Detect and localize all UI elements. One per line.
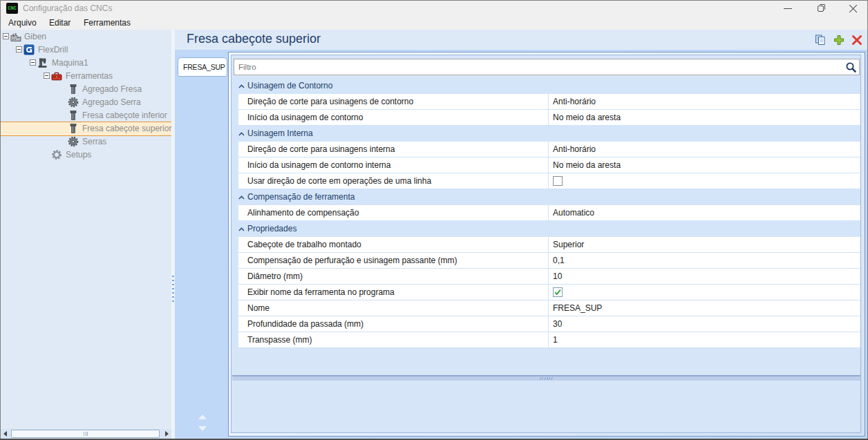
property-label: Compensação de perfuração e usinagem pas…	[247, 253, 457, 268]
column-separator	[548, 316, 549, 332]
property-label: Usar direção de corte em operações de um…	[247, 173, 431, 189]
copy-icon[interactable]	[814, 34, 827, 46]
tree-item-label: Serras	[82, 135, 106, 149]
minimize-button[interactable]	[784, 8, 792, 9]
tree-item-serras[interactable]: Serras	[1, 135, 171, 149]
property-row: Profundidade da passada (mm)30	[238, 316, 860, 332]
category-header[interactable]: Usinagem Interna	[232, 126, 860, 142]
column-separator	[548, 142, 549, 157]
property-value[interactable]: FRESA_SUP	[553, 300, 602, 316]
tree-item-label: Ferramentas	[66, 70, 113, 83]
property-value[interactable]: 1	[553, 332, 558, 347]
router-bit-icon	[68, 84, 80, 95]
window-title: Configuração das CNCs	[23, 3, 112, 13]
tree-item-giben[interactable]: Giben	[1, 30, 171, 44]
property-label: Direção de corte para usinagens de conto…	[247, 94, 413, 109]
tree-item-label: Giben	[24, 30, 46, 44]
machine-tree: GibenFlexDrillMaquina1FerramentasAgregad…	[1, 30, 171, 439]
splitter-grip-icon	[172, 276, 174, 302]
flexdrill-logo-icon	[23, 44, 36, 55]
collapse-icon[interactable]	[44, 73, 50, 79]
property-label: Alinhamento de compensação	[247, 205, 359, 220]
tree-item-setups[interactable]: Setups	[1, 149, 171, 162]
scroll-left-icon[interactable]	[3, 431, 7, 437]
collapse-arrow-icon	[238, 132, 245, 136]
detail-header: Fresa cabeçote superior	[175, 30, 867, 50]
tab-scroll-up-icon[interactable]	[198, 414, 207, 419]
menu-item-ferramentas[interactable]: Ferramentas	[84, 18, 131, 28]
collapse-icon[interactable]	[3, 33, 9, 39]
search-icon	[845, 61, 857, 73]
detail-title: Fresa cabeçote superior	[187, 32, 321, 46]
property-value[interactable]: Automatico	[553, 205, 594, 220]
saw-blade-icon	[68, 97, 80, 108]
tree-hscrollbar[interactable]	[1, 429, 171, 439]
toolbox-icon	[51, 70, 64, 82]
window-border	[0, 0, 1, 440]
factory-icon	[10, 32, 22, 43]
tree-item-flexdrill[interactable]: FlexDrill	[1, 44, 171, 57]
property-value[interactable]: Anti-horário	[553, 142, 596, 157]
grid-gutter	[232, 78, 238, 348]
collapse-arrow-icon	[238, 195, 245, 200]
collapse-icon[interactable]	[30, 59, 36, 66]
property-row: Usar direção de corte em operações de um…	[238, 173, 860, 189]
column-separator	[548, 205, 549, 220]
close-button[interactable]	[849, 4, 858, 13]
tree-item-maquina1[interactable]: Maquina1	[1, 57, 171, 70]
property-value[interactable]: No meio da aresta	[553, 157, 621, 173]
tree-item-agregado-fresa[interactable]: Agregado Fresa	[1, 83, 171, 96]
property-row: Cabeçote de trabalho montadoSuperior	[238, 237, 860, 253]
tab-scroll-down-icon[interactable]	[198, 426, 207, 431]
add-icon[interactable]	[833, 34, 845, 46]
property-label: Exibir nome da ferramenta no programa	[247, 285, 395, 300]
property-row: Alinhamento de compensaçãoAutomatico	[238, 205, 860, 221]
column-separator	[548, 269, 549, 284]
column-separator	[548, 237, 549, 252]
tree-item-label: Fresa cabeçote inferior	[82, 109, 167, 122]
collapse-arrow-icon	[238, 84, 245, 88]
property-value[interactable]: Anti-horário	[553, 94, 596, 109]
property-row: Direção de corte para usinagens internaA…	[238, 142, 860, 157]
delete-icon[interactable]	[851, 34, 863, 46]
property-value[interactable]: Superior	[553, 237, 584, 252]
tree-item-agregado-serra[interactable]: Agregado Serra	[1, 96, 171, 109]
property-value[interactable]: 30	[553, 316, 562, 332]
category-label: Usinagem de Contorno	[247, 78, 332, 94]
router-bit-icon	[68, 110, 80, 121]
property-value[interactable]: 0,1	[553, 253, 565, 268]
checkbox-checked[interactable]	[553, 287, 563, 297]
scroll-right-icon[interactable]	[165, 431, 169, 437]
collapse-icon[interactable]	[16, 46, 22, 52]
property-value[interactable]: 10	[553, 269, 562, 284]
column-separator	[548, 94, 549, 109]
filter-box	[234, 59, 860, 75]
scroll-thumb[interactable]	[11, 430, 160, 438]
description-splitter[interactable]	[232, 375, 860, 381]
property-panel: Usinagem de ContornoDireção de corte par…	[231, 55, 861, 433]
property-value[interactable]: No meio da aresta	[553, 110, 621, 125]
property-label: Início da usinagem de contorno interna	[247, 157, 390, 173]
category-header[interactable]: Propriedades	[232, 221, 860, 237]
category-header[interactable]: Compensação de ferramenta	[232, 189, 860, 205]
property-row: NomeFRESA_SUP	[238, 300, 860, 316]
property-label: Direção de corte para usinagens interna	[247, 142, 395, 157]
category-header[interactable]: Usinagem de Contorno	[232, 78, 860, 94]
saw-blade-icon	[68, 136, 80, 147]
hsplitter-grip-icon	[539, 377, 553, 380]
tree-item-fresa-cabe-ote-inferior[interactable]: Fresa cabeçote inferior	[1, 109, 171, 122]
machine-icon	[37, 57, 50, 68]
menu-item-editar[interactable]: Editar	[49, 18, 70, 28]
thumb-grip-icon	[84, 432, 88, 436]
category-label: Usinagem Interna	[247, 126, 313, 142]
tree-item-fresa-cabe-ote-superior[interactable]: Fresa cabeçote superior	[1, 122, 171, 136]
tab-fresa-sup[interactable]: FRESA_SUP	[178, 57, 227, 77]
filter-input[interactable]	[234, 59, 859, 75]
property-label: Cabeçote de trabalho montado	[247, 237, 361, 252]
title-bar: CNC Configuração das CNCs	[1, 1, 867, 16]
tree-item-label: Fresa cabeçote superior	[82, 122, 171, 135]
tree-item-ferramentas[interactable]: Ferramentas	[1, 70, 171, 83]
maximize-button[interactable]	[818, 6, 824, 12]
menu-item-arquivo[interactable]: Arquivo	[8, 18, 37, 28]
checkbox-unchecked[interactable]	[553, 176, 563, 186]
